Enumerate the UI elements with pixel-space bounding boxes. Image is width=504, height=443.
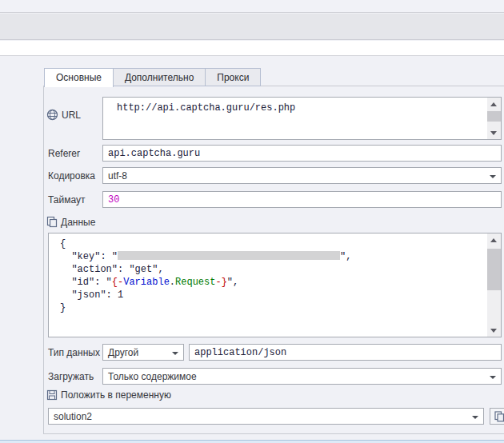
url-label: URL — [46, 109, 81, 121]
output-variable-label: Положить в переменную — [46, 389, 171, 401]
redacted-api-key — [118, 251, 340, 260]
encoding-label: Кодировка — [48, 170, 95, 182]
data-type-select[interactable]: Другой — [102, 344, 184, 361]
encoding-select[interactable]: utf-8 — [102, 167, 502, 184]
toolbar-bar — [0, 14, 504, 40]
scroll-up-icon[interactable] — [487, 98, 501, 110]
tab-bar: Основные Дополнительно Прокси — [44, 68, 261, 87]
chevron-down-icon — [490, 175, 496, 178]
chevron-down-icon — [490, 376, 496, 379]
http-request-settings-window: Основные Дополнительно Прокси URL http:/… — [0, 0, 504, 443]
tab-advanced[interactable]: Дополнительно — [114, 68, 206, 86]
timeout-input[interactable]: 30 — [102, 191, 502, 208]
scroll-down-icon[interactable] — [487, 126, 501, 139]
load-mode-label: Загружать — [48, 371, 94, 382]
data-scrollbar-thumb[interactable] — [487, 249, 501, 290]
tab-main[interactable]: Основные — [44, 68, 114, 87]
header-strip — [0, 41, 504, 56]
content-type-input[interactable]: application/json — [189, 344, 502, 361]
url-scrollbar[interactable] — [487, 98, 501, 139]
referer-label: Referer — [48, 148, 80, 159]
url-scrollbar-thumb[interactable] — [487, 111, 501, 122]
copy-pages-icon — [46, 216, 58, 228]
data-label: Данные — [46, 216, 95, 228]
globe-www-icon — [46, 109, 58, 121]
scroll-up-icon[interactable] — [487, 233, 501, 246]
window-top-bar — [0, 0, 504, 13]
data-editor[interactable]: { "key": "", "action": "get", "id": "{-V… — [48, 233, 502, 337]
load-mode-select[interactable]: Только содержимое — [102, 368, 502, 385]
data-code: { "key": "", "action": "get", "id": "{-V… — [49, 233, 501, 314]
data-scrollbar[interactable] — [487, 233, 501, 337]
copy-pages-icon — [494, 411, 504, 422]
chevron-down-icon — [172, 352, 178, 355]
chevron-down-icon — [472, 416, 478, 419]
status-strip — [0, 440, 504, 443]
tab-proxy[interactable]: Прокси — [206, 68, 261, 86]
timeout-label: Таймаут — [48, 194, 85, 206]
scroll-down-icon[interactable] — [487, 324, 501, 337]
data-type-label: Тип данных — [48, 347, 100, 358]
referer-input[interactable]: api.captcha.guru — [102, 145, 502, 162]
save-floppy-icon — [46, 389, 58, 401]
copy-variable-button[interactable] — [490, 408, 504, 425]
url-input[interactable]: http://api.captcha.guru/res.php — [102, 97, 502, 140]
output-variable-select[interactable]: solution2 — [48, 408, 484, 425]
